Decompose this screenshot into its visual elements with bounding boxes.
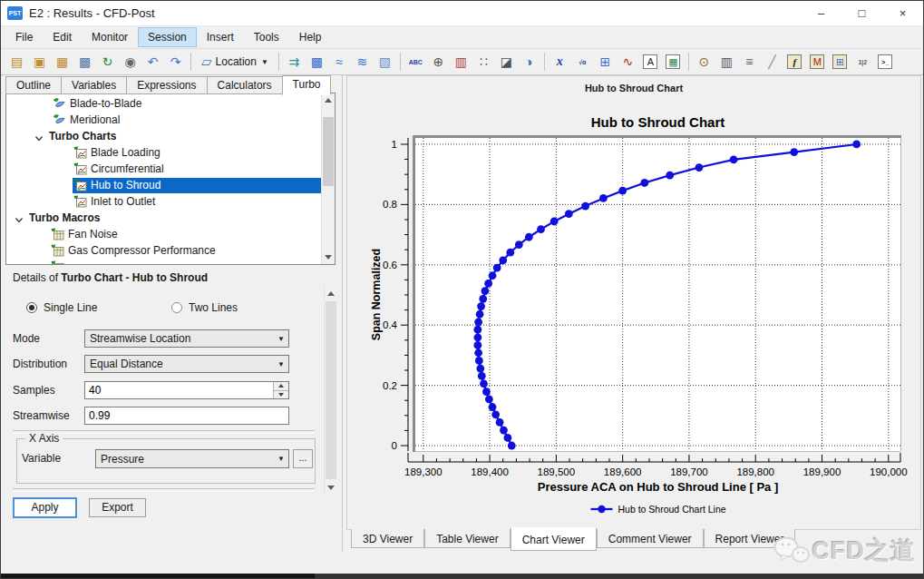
window-controls: – □ × — [801, 1, 923, 25]
snapshot-icon[interactable]: ◉ — [120, 53, 141, 71]
expressions-icon[interactable]: x — [550, 53, 570, 71]
viewer-tab-comment-viewer[interactable]: Comment Viewer — [597, 529, 704, 548]
tree-item-partial[interactable] — [6, 259, 322, 265]
menu-item-session[interactable]: Session — [139, 28, 196, 46]
spin-up-icon[interactable] — [274, 382, 288, 390]
scroll-up-icon[interactable] — [322, 93, 335, 107]
comment-icon[interactable]: A — [640, 53, 661, 71]
tree-item-inlet-to-outlet[interactable]: Inlet to Outlet — [6, 193, 322, 210]
point-icon[interactable]: ⊕ — [428, 53, 449, 71]
instance-transform-icon[interactable]: ∷ — [473, 53, 494, 71]
chart-svg: 00.20.40.60.81189,300189,400189,500189,6… — [347, 94, 922, 528]
close-button[interactable]: × — [882, 1, 923, 25]
tree-item-gas-compressor-performance[interactable]: Gas Compressor Performance — [6, 242, 322, 259]
undo-icon[interactable]: ↶ — [142, 53, 163, 71]
tree-item-meridional[interactable]: Meridional — [6, 112, 322, 128]
variable-more-button[interactable]: ... — [293, 449, 313, 468]
quick-editor-icon[interactable]: ≡ — [739, 53, 760, 71]
tree-rows: Blade-to-BladeMeridionalTurbo ChartsBlad… — [6, 95, 322, 265]
clip-plane-icon[interactable]: ◪ — [496, 53, 517, 71]
save-session-icon[interactable]: ▦ — [52, 53, 73, 71]
tree-item-blade-to-blade[interactable]: Blade-to-Blade — [6, 95, 322, 112]
menu-item-monitor[interactable]: Monitor — [83, 28, 137, 46]
export-button[interactable]: Export — [89, 498, 146, 517]
volume-rendering-icon[interactable]: ▧ — [374, 53, 395, 71]
maximize-button[interactable]: □ — [841, 1, 882, 25]
svg-text:189,700: 189,700 — [670, 466, 708, 477]
tab-expressions[interactable]: Expressions — [126, 76, 206, 94]
tab-outline[interactable]: Outline — [5, 76, 61, 94]
legend-icon[interactable]: ▥ — [451, 53, 472, 71]
macro-calculator-icon[interactable]: M — [807, 53, 828, 71]
svg-text:0.6: 0.6 — [383, 260, 397, 270]
tab-variables[interactable]: Variables — [61, 76, 126, 94]
colormap-icon[interactable]: ◑ — [519, 53, 540, 71]
collapse-chevron-icon[interactable] — [15, 214, 24, 222]
spin-down-icon[interactable] — [274, 390, 288, 399]
save-state-icon[interactable]: ▩ — [74, 53, 95, 71]
figure-icon[interactable]: ▦ — [663, 53, 684, 71]
viewer-tab-chart-viewer[interactable]: Chart Viewer — [511, 527, 597, 551]
menu-item-insert[interactable]: Insert — [198, 28, 243, 46]
probe-icon[interactable]: ╱ — [762, 53, 783, 71]
details-scrollbar[interactable] — [324, 287, 337, 495]
timestep-icon[interactable]: ⊙ — [694, 53, 715, 71]
samples-label: Samples — [13, 381, 55, 399]
minimize-button[interactable]: – — [801, 1, 841, 25]
macro-icon — [51, 244, 64, 257]
menu-item-tools[interactable]: Tools — [245, 28, 288, 46]
contour-icon[interactable]: ▩ — [306, 53, 327, 71]
redo-icon[interactable]: ↷ — [165, 53, 186, 71]
animation-icon[interactable]: ▥ — [716, 53, 737, 71]
tree-scroll-thumb[interactable] — [323, 117, 334, 186]
separator — [13, 488, 315, 492]
menu-item-file[interactable]: File — [6, 28, 42, 46]
collapse-chevron-icon[interactable] — [34, 132, 44, 141]
location-dropdown[interactable]: ▱Location▼ — [197, 52, 273, 72]
mode-combobox[interactable]: Streamwise Location ▼ — [84, 329, 289, 348]
panel-splitter[interactable] — [342, 75, 343, 552]
samples-input[interactable] — [85, 382, 273, 398]
details-scroll-thumb[interactable] — [326, 301, 336, 479]
tab-calculators[interactable]: Calculators — [207, 76, 282, 94]
viewer-tab-table-viewer[interactable]: Table Viewer — [424, 529, 510, 548]
menu-item-help[interactable]: Help — [290, 28, 331, 46]
text-icon[interactable]: ABC — [405, 53, 426, 71]
svg-text:190,000: 190,000 — [870, 466, 908, 477]
scroll-down-icon[interactable] — [322, 250, 335, 264]
scroll-up-icon[interactable] — [325, 287, 337, 300]
blade-icon — [53, 97, 66, 110]
variable-combobox[interactable]: Pressure ▼ — [95, 449, 289, 468]
tab-turbo[interactable]: Turbo — [282, 75, 332, 95]
tree-item-label: Hub to Shroud — [91, 179, 160, 191]
case-comparison-icon[interactable]: 1|2 — [852, 53, 873, 71]
function-calculator-icon[interactable]: f — [784, 53, 805, 71]
mesh-calculator-icon[interactable]: ⊞ — [830, 53, 851, 71]
tree-scrollbar[interactable] — [321, 93, 335, 264]
variables-icon[interactable]: √α — [572, 53, 593, 71]
chart-icon[interactable]: ∿ — [618, 53, 638, 71]
menu-item-edit[interactable]: Edit — [44, 28, 81, 46]
single-line-radio[interactable]: Single Line — [26, 301, 97, 314]
load-session-icon[interactable]: ▣ — [29, 53, 50, 71]
table-icon[interactable]: ⊞ — [595, 53, 616, 71]
viewer-tab-3d-viewer[interactable]: 3D Viewer — [351, 529, 424, 548]
distribution-combobox[interactable]: Equal Distance ▼ — [84, 355, 289, 373]
scroll-down-icon[interactable] — [325, 481, 337, 495]
tree-item-turbo-charts[interactable]: Turbo Charts — [6, 128, 322, 144]
particle-track-icon[interactable]: ≋ — [352, 53, 373, 71]
apply-button[interactable]: Apply — [13, 497, 77, 518]
macro-icon — [51, 228, 64, 240]
load-results-icon[interactable]: ▤ — [6, 53, 27, 71]
tree-item-blade-loading[interactable]: Blade Loading — [6, 144, 322, 161]
two-lines-radio[interactable]: Two Lines — [171, 301, 238, 314]
tree-item-hub-to-shroud[interactable]: Hub to Shroud — [6, 177, 322, 193]
tree-item-turbo-macros[interactable]: Turbo Macros — [6, 210, 322, 226]
streamline-icon[interactable]: ≈ — [329, 53, 350, 71]
command-editor-icon[interactable]: >_ — [875, 53, 896, 71]
streamwise-input[interactable] — [84, 407, 289, 425]
vector-icon[interactable]: ⇉ — [284, 53, 305, 71]
refresh-icon[interactable]: ↻ — [97, 53, 118, 71]
tree-item-circumferential[interactable]: Circumferential — [6, 161, 322, 177]
tree-item-fan-noise[interactable]: Fan Noise — [6, 226, 322, 242]
